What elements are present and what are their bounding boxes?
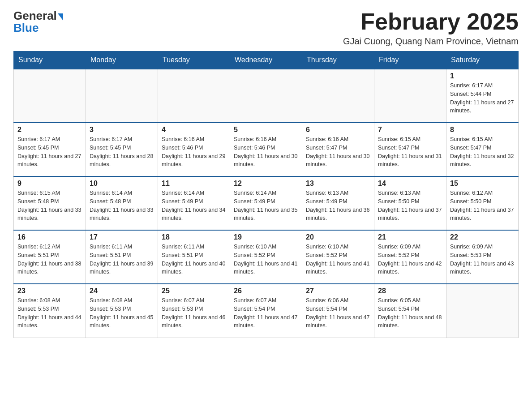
day-info: Sunrise: 6:07 AMSunset: 5:53 PMDaylight:… [162, 296, 226, 330]
day-number: 4 [162, 126, 226, 134]
day-number: 28 [378, 287, 442, 295]
week-row-2: 9Sunrise: 6:15 AMSunset: 5:48 PMDaylight… [14, 176, 519, 230]
calendar-cell: 4Sunrise: 6:16 AMSunset: 5:46 PMDaylight… [158, 123, 230, 176]
day-info: Sunrise: 6:10 AMSunset: 5:52 PMDaylight:… [306, 243, 370, 276]
day-info: Sunrise: 6:11 AMSunset: 5:51 PMDaylight:… [162, 243, 226, 276]
calendar-cell: 3Sunrise: 6:17 AMSunset: 5:45 PMDaylight… [86, 123, 158, 176]
calendar-cell [446, 284, 519, 338]
days-of-week-row: SundayMondayTuesdayWednesdayThursdayFrid… [14, 51, 519, 69]
day-info: Sunrise: 6:14 AMSunset: 5:49 PMDaylight:… [162, 189, 226, 223]
day-number: 9 [17, 180, 82, 188]
week-row-0: 1Sunrise: 6:17 AMSunset: 5:44 PMDaylight… [14, 69, 519, 123]
logo: General Blue [13, 9, 63, 35]
day-info: Sunrise: 6:16 AMSunset: 5:46 PMDaylight:… [162, 135, 226, 169]
day-number: 1 [450, 72, 515, 80]
calendar-cell: 7Sunrise: 6:15 AMSunset: 5:47 PMDaylight… [374, 123, 446, 176]
calendar-cell: 16Sunrise: 6:12 AMSunset: 5:51 PMDayligh… [14, 230, 86, 284]
day-info: Sunrise: 6:05 AMSunset: 5:54 PMDaylight:… [378, 296, 442, 330]
day-info: Sunrise: 6:08 AMSunset: 5:53 PMDaylight:… [17, 296, 82, 330]
day-number: 24 [90, 287, 154, 295]
day-number: 5 [234, 126, 298, 134]
header-saturday: Saturday [446, 51, 519, 69]
day-number: 7 [378, 126, 442, 134]
day-number: 26 [234, 287, 298, 295]
week-row-4: 23Sunrise: 6:08 AMSunset: 5:53 PMDayligh… [14, 284, 519, 338]
day-number: 17 [90, 233, 154, 241]
day-info: Sunrise: 6:17 AMSunset: 5:44 PMDaylight:… [450, 81, 515, 115]
day-number: 6 [306, 126, 370, 134]
day-number: 23 [17, 287, 82, 295]
day-number: 22 [450, 233, 515, 241]
calendar-cell: 28Sunrise: 6:05 AMSunset: 5:54 PMDayligh… [374, 284, 446, 338]
logo-arrow-icon [58, 13, 63, 21]
day-info: Sunrise: 6:17 AMSunset: 5:45 PMDaylight:… [17, 135, 82, 169]
day-info: Sunrise: 6:06 AMSunset: 5:54 PMDaylight:… [306, 296, 370, 330]
header-thursday: Thursday [302, 51, 374, 69]
calendar-cell: 25Sunrise: 6:07 AMSunset: 5:53 PMDayligh… [158, 284, 230, 338]
calendar-cell: 20Sunrise: 6:10 AMSunset: 5:52 PMDayligh… [302, 230, 374, 284]
calendar-cell: 24Sunrise: 6:08 AMSunset: 5:53 PMDayligh… [86, 284, 158, 338]
day-info: Sunrise: 6:14 AMSunset: 5:49 PMDaylight:… [234, 189, 298, 223]
calendar-cell: 10Sunrise: 6:14 AMSunset: 5:48 PMDayligh… [86, 176, 158, 230]
day-info: Sunrise: 6:16 AMSunset: 5:47 PMDaylight:… [306, 135, 370, 169]
page-subtitle: GJai Cuong, Quang Nam Province, Vietnam [343, 36, 519, 47]
calendar-cell: 22Sunrise: 6:09 AMSunset: 5:53 PMDayligh… [446, 230, 519, 284]
day-number: 14 [378, 180, 442, 188]
day-number: 3 [90, 126, 154, 134]
calendar-cell [14, 69, 86, 123]
calendar-cell: 19Sunrise: 6:10 AMSunset: 5:52 PMDayligh… [230, 230, 302, 284]
header-friday: Friday [374, 51, 446, 69]
day-number: 20 [306, 233, 370, 241]
day-number: 16 [17, 233, 82, 241]
day-info: Sunrise: 6:17 AMSunset: 5:45 PMDaylight:… [90, 135, 154, 169]
header-monday: Monday [86, 51, 158, 69]
day-number: 21 [378, 233, 442, 241]
calendar-cell [86, 69, 158, 123]
header-sunday: Sunday [14, 51, 86, 69]
week-row-1: 2Sunrise: 6:17 AMSunset: 5:45 PMDaylight… [14, 123, 519, 176]
calendar-cell: 9Sunrise: 6:15 AMSunset: 5:48 PMDaylight… [14, 176, 86, 230]
day-number: 25 [162, 287, 226, 295]
day-info: Sunrise: 6:11 AMSunset: 5:51 PMDaylight:… [90, 243, 154, 276]
day-info: Sunrise: 6:09 AMSunset: 5:53 PMDaylight:… [450, 243, 515, 276]
day-number: 13 [306, 180, 370, 188]
day-info: Sunrise: 6:12 AMSunset: 5:50 PMDaylight:… [450, 189, 515, 223]
page-title: February 2025 [343, 9, 519, 34]
day-info: Sunrise: 6:15 AMSunset: 5:47 PMDaylight:… [450, 135, 515, 169]
calendar-cell: 23Sunrise: 6:08 AMSunset: 5:53 PMDayligh… [14, 284, 86, 338]
calendar-cell [302, 69, 374, 123]
day-number: 11 [162, 180, 226, 188]
day-info: Sunrise: 6:13 AMSunset: 5:50 PMDaylight:… [378, 189, 442, 223]
calendar-cell: 8Sunrise: 6:15 AMSunset: 5:47 PMDaylight… [446, 123, 519, 176]
calendar-cell: 21Sunrise: 6:09 AMSunset: 5:52 PMDayligh… [374, 230, 446, 284]
day-info: Sunrise: 6:15 AMSunset: 5:48 PMDaylight:… [17, 189, 82, 223]
calendar-cell: 13Sunrise: 6:13 AMSunset: 5:49 PMDayligh… [302, 176, 374, 230]
day-number: 10 [90, 180, 154, 188]
calendar-cell: 26Sunrise: 6:07 AMSunset: 5:54 PMDayligh… [230, 284, 302, 338]
day-info: Sunrise: 6:07 AMSunset: 5:54 PMDaylight:… [234, 296, 298, 330]
calendar-cell: 14Sunrise: 6:13 AMSunset: 5:50 PMDayligh… [374, 176, 446, 230]
day-info: Sunrise: 6:08 AMSunset: 5:53 PMDaylight:… [90, 296, 154, 330]
calendar-header: SundayMondayTuesdayWednesdayThursdayFrid… [14, 51, 519, 69]
calendar-cell [230, 69, 302, 123]
header-wednesday: Wednesday [230, 51, 302, 69]
day-info: Sunrise: 6:09 AMSunset: 5:52 PMDaylight:… [378, 243, 442, 276]
day-info: Sunrise: 6:14 AMSunset: 5:48 PMDaylight:… [90, 189, 154, 223]
calendar-cell: 1Sunrise: 6:17 AMSunset: 5:44 PMDaylight… [446, 69, 519, 123]
day-number: 19 [234, 233, 298, 241]
day-number: 18 [162, 233, 226, 241]
calendar-cell: 27Sunrise: 6:06 AMSunset: 5:54 PMDayligh… [302, 284, 374, 338]
day-info: Sunrise: 6:10 AMSunset: 5:52 PMDaylight:… [234, 243, 298, 276]
day-info: Sunrise: 6:12 AMSunset: 5:51 PMDaylight:… [17, 243, 82, 276]
day-info: Sunrise: 6:16 AMSunset: 5:46 PMDaylight:… [234, 135, 298, 169]
header-tuesday: Tuesday [158, 51, 230, 69]
calendar-cell: 11Sunrise: 6:14 AMSunset: 5:49 PMDayligh… [158, 176, 230, 230]
title-area: February 2025 GJai Cuong, Quang Nam Prov… [343, 9, 519, 47]
day-number: 27 [306, 287, 370, 295]
day-info: Sunrise: 6:13 AMSunset: 5:49 PMDaylight:… [306, 189, 370, 223]
page-header: General Blue February 2025 GJai Cuong, Q… [13, 9, 519, 47]
calendar-cell: 15Sunrise: 6:12 AMSunset: 5:50 PMDayligh… [446, 176, 519, 230]
calendar-cell: 5Sunrise: 6:16 AMSunset: 5:46 PMDaylight… [230, 123, 302, 176]
calendar-table: SundayMondayTuesdayWednesdayThursdayFrid… [13, 51, 519, 338]
calendar-cell [374, 69, 446, 123]
